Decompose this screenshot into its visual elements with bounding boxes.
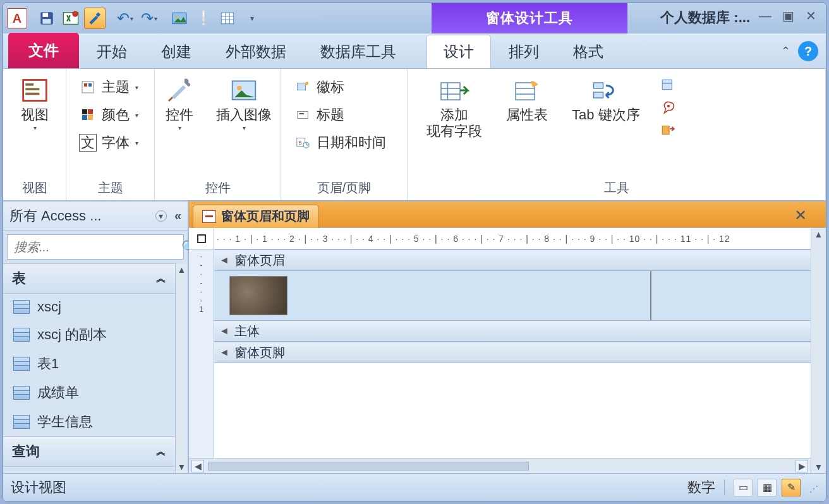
minimize-button[interactable]: — [756, 7, 774, 25]
svg-rect-8 [221, 13, 234, 23]
table-icon [13, 328, 30, 342]
tab-design[interactable]: 设计 [427, 35, 491, 68]
document-tab[interactable]: 窗体页眉和页脚 [193, 205, 319, 228]
tab-external-data[interactable]: 外部数据 [209, 35, 303, 68]
tab-home[interactable]: 开始 [80, 35, 143, 68]
qat-save-button[interactable] [36, 8, 57, 29]
fonts-button[interactable]: 文 字体▾ [74, 131, 143, 155]
view-switch-form[interactable]: ▭ [734, 479, 753, 496]
ruler-origin[interactable] [189, 228, 214, 249]
tab-create[interactable]: 创建 [145, 35, 208, 68]
resize-grip-icon[interactable]: ⋰ [806, 481, 818, 494]
contextual-tab-header: 窗体设计工具 [432, 3, 627, 33]
svg-rect-18 [82, 109, 87, 114]
svg-rect-2 [43, 19, 51, 24]
nav-dropdown-icon[interactable]: ▾ [155, 210, 167, 222]
ribbon-content: 视图 ▾ 视图 主题▾ 颜色▾ 文 [3, 69, 826, 201]
header-image-control[interactable] [229, 276, 287, 315]
vertical-scrollbar[interactable]: ▲ ▼ [811, 228, 826, 473]
insert-image-button[interactable]: 插入图像 ▾ [211, 73, 277, 134]
table-icon [13, 415, 30, 429]
close-button[interactable]: ✕ [802, 7, 820, 25]
scroll-down-icon[interactable]: ▼ [814, 462, 823, 472]
add-existing-fields-button[interactable]: 添加 现有字段 [421, 73, 487, 143]
table-item-xscj[interactable]: xscj [3, 294, 175, 320]
nav-group-tables[interactable]: 表 ︽ [3, 263, 175, 294]
table-item-chengjidan[interactable]: 成绩单 [3, 378, 175, 407]
form-icon [202, 210, 216, 223]
qat-redo-button[interactable]: ↷▾ [138, 8, 160, 29]
nav-scrollbar[interactable]: ▲ ▼ [175, 263, 188, 473]
svg-rect-1 [43, 13, 49, 16]
logo-button[interactable]: 徽标 [289, 75, 391, 99]
nav-group-queries[interactable]: 查询 ︽ [3, 436, 175, 467]
contextual-tab-title: 窗体设计工具 [486, 9, 573, 28]
themes-button[interactable]: 主题▾ [74, 75, 143, 99]
section-form-footer-bar[interactable]: ◄ 窗体页脚 [214, 342, 811, 363]
qat-design-icon[interactable] [84, 8, 106, 29]
section-form-header-bar[interactable]: ◄ 窗体页眉 [214, 249, 811, 271]
horizontal-ruler-row: · · · 1 · | · 1 · · · 2 · | · · 3 · · · … [189, 228, 811, 249]
table-item-table1[interactable]: 表1 [3, 349, 175, 378]
svg-rect-26 [298, 112, 308, 119]
nav-header-title: 所有 Access ... [9, 207, 152, 225]
tab-format[interactable]: 格式 [557, 35, 620, 68]
app-window: A ↶▾ ↷▾ ❕ ▾ 窗体设计工具 个人数据库 :... — ▣ ✕ [3, 3, 826, 501]
vertical-ruler[interactable]: ·-·-·-1 [189, 249, 214, 458]
table-item-xscj-copy[interactable]: xscj 的副本 [3, 320, 175, 349]
group-tools: 添加 现有字段 属性表 Tab 键次序 [408, 69, 826, 200]
nav-collapse-button[interactable]: « [174, 208, 181, 223]
scroll-up-icon[interactable]: ▲ [814, 229, 823, 239]
group-themes-label: 主题 [74, 177, 147, 199]
help-icon[interactable]: ? [798, 41, 818, 61]
tab-file[interactable]: 文件 [8, 33, 79, 68]
tab-order-button[interactable]: Tab 键次序 [567, 73, 645, 126]
ribbon-minimize-icon[interactable]: ⌃ [781, 44, 790, 58]
qat-undo-button[interactable]: ↶▾ [114, 8, 136, 29]
access-logo-icon: A [7, 8, 27, 28]
section-header-label: 窗体页眉 [234, 252, 285, 269]
svg-rect-17 [82, 81, 94, 93]
controls-label: 控件 [166, 107, 193, 123]
search-input[interactable] [8, 240, 181, 255]
svg-rect-40 [593, 83, 603, 88]
table-item-xueshengxinxi[interactable]: 学生信息 [3, 407, 175, 436]
view-button[interactable]: 视图 ▾ [15, 73, 55, 134]
tool-extra-2-icon[interactable] [659, 99, 678, 116]
tool-extra-1-icon[interactable] [659, 76, 678, 93]
property-sheet-button[interactable]: 属性表 [501, 73, 553, 126]
scroll-left-icon[interactable]: ◀ [191, 460, 204, 472]
form-header-section[interactable] [214, 271, 811, 320]
qat-datasheet-icon[interactable] [217, 8, 238, 29]
view-switch-design[interactable]: ✎ [782, 479, 801, 496]
qat-picture-icon[interactable] [169, 8, 190, 29]
horizontal-ruler[interactable]: · · · 1 · | · 1 · · · 2 · | · · 3 · · · … [214, 234, 811, 244]
qat-flag-icon[interactable]: ❕ [193, 8, 214, 29]
svg-rect-41 [593, 92, 603, 98]
nav-header[interactable]: 所有 Access ... ▾ « [3, 201, 188, 231]
horizontal-scrollbar[interactable]: ◀ ▶ [189, 458, 811, 473]
colors-button[interactable]: 颜色▾ [74, 103, 143, 127]
scroll-up-icon[interactable]: ▲ [178, 265, 186, 275]
view-switch-datasheet[interactable]: ▦ [758, 479, 777, 496]
form-footer-section[interactable] [214, 363, 811, 426]
title-button[interactable]: 标题 [289, 103, 391, 127]
group-themes: 主题▾ 颜色▾ 文 字体▾ 主题 [66, 69, 155, 200]
tab-database-tools[interactable]: 数据库工具 [304, 35, 413, 68]
restore-button[interactable]: ▣ [779, 7, 797, 25]
scroll-right-icon[interactable]: ▶ [796, 460, 808, 472]
scroll-down-icon[interactable]: ▼ [178, 462, 186, 472]
datetime-button[interactable]: 5 日期和时间 [289, 131, 391, 155]
content-area: 所有 Access ... ▾ « 🔍 表 ︽ xscj xscj 的副本 表1… [3, 201, 826, 473]
qat-excel-icon[interactable] [60, 8, 82, 29]
document-close-button[interactable]: ✕ [794, 207, 807, 224]
table-icon [13, 386, 30, 400]
add-fields-label: 添加 现有字段 [427, 107, 482, 140]
tab-arrange[interactable]: 排列 [492, 35, 555, 68]
group-controls-label: 控件 [162, 177, 273, 199]
controls-button[interactable]: 控件 ▾ [159, 73, 200, 134]
section-detail-bar[interactable]: ◄ 主体 [214, 320, 811, 342]
svg-point-23 [237, 86, 241, 90]
qat-customize-dropdown[interactable]: ▾ [241, 8, 262, 29]
tool-extra-3-icon[interactable] [659, 122, 678, 138]
